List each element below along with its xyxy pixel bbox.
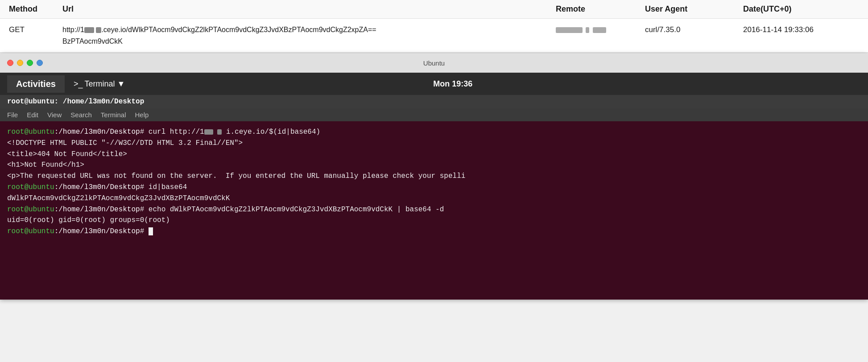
terminal-cursor [149, 227, 153, 235]
remote-value [556, 26, 606, 33]
header-date: Date(UTC+0) [743, 4, 859, 14]
terminal-tab[interactable]: >_ Terminal ▼ [65, 76, 134, 92]
menu-search[interactable]: Search [70, 111, 92, 119]
topbar-clock: Mon 19:36 [433, 79, 472, 89]
menu-terminal[interactable]: Terminal [101, 111, 126, 119]
terminal-line-8: root@ubuntu:/home/l3m0n/Desktop# echo dW… [7, 204, 861, 215]
web-table: Method Url Remote User Agent Date(UTC+0)… [0, 0, 868, 53]
terminal-icon: >_ [74, 79, 83, 89]
close-button[interactable] [7, 60, 13, 66]
terminal-line-4: <h1>Not Found</h1> [7, 160, 861, 171]
topbar-left: Activities >_ Terminal ▼ [7, 75, 134, 93]
table-header: Method Url Remote User Agent Date(UTC+0) [0, 0, 868, 19]
terminal-line-10: root@ubuntu:/home/l3m0n/Desktop# [7, 226, 861, 237]
ubuntu-topbar: Activities >_ Terminal ▼ Mon 19:36 [0, 73, 868, 95]
url-text-line2: BzPTAocm9vdCkK [62, 37, 123, 45]
terminal-tab-label: Terminal ▼ [84, 79, 125, 89]
cell-useragent: curl/7.35.0 [645, 24, 743, 36]
table-row: GET http://1 .ceye.io/dWlkPTAocm9vdCkgZ2… [0, 19, 868, 53]
window-controls [7, 60, 43, 66]
activities-button[interactable]: Activities [7, 75, 65, 93]
terminal-title: root@ubuntu: /home/l3m0n/Desktop [7, 98, 144, 106]
blue-button[interactable] [37, 60, 43, 66]
cell-method: GET [9, 24, 62, 36]
url-text: http://1 .ceye.io/dWlkPTAocm9vdCkgZ2lkPT… [62, 26, 376, 33]
window-title: Ubuntu [423, 59, 445, 67]
terminal-line-1: root@ubuntu:/home/l3m0n/Desktop# curl ht… [7, 127, 861, 138]
header-method: Method [9, 4, 62, 14]
terminal-line-5: <p>The requested URL was not found on th… [7, 171, 861, 182]
mac-window: Ubuntu Activities >_ Terminal ▼ Mon 19:3… [0, 53, 868, 300]
header-useragent: User Agent [645, 4, 743, 14]
terminal-line-9: uid=0(root) gid=0(root) groups=0(root) [7, 215, 861, 226]
header-remote: Remote [556, 4, 645, 14]
cell-url: http://1 .ceye.io/dWlkPTAocm9vdCkgZ2lkPT… [62, 24, 556, 47]
mac-titlebar: Ubuntu [0, 53, 868, 73]
terminal-body: root@ubuntu:/home/l3m0n/Desktop# curl ht… [0, 121, 868, 300]
terminal-line-7: dWlkPTAocm9vdCkgZ2lkPTAocm9vdCkgZ3JvdXBz… [7, 193, 861, 204]
method-get: GET [9, 25, 25, 34]
minimize-button[interactable] [17, 60, 23, 66]
terminal-menu: File Edit View Search Terminal Help [0, 108, 868, 121]
menu-edit[interactable]: Edit [27, 111, 38, 119]
menu-help[interactable]: Help [135, 111, 149, 119]
terminal-line-3: <title>404 Not Found</title> [7, 149, 861, 160]
menu-file[interactable]: File [7, 111, 18, 119]
cell-date: 2016-11-14 19:33:06 [743, 24, 859, 36]
menu-view[interactable]: View [47, 111, 62, 119]
header-url: Url [62, 4, 556, 14]
maximize-button[interactable] [27, 60, 33, 66]
terminal-line-2: <!DOCTYPE HTML PUBLIC "-//W3C//DTD HTML … [7, 138, 861, 149]
terminal-titlebar: root@ubuntu: /home/l3m0n/Desktop [0, 95, 868, 108]
cell-remote [556, 24, 645, 36]
terminal-line-6: root@ubuntu:/home/l3m0n/Desktop# id|base… [7, 182, 861, 193]
